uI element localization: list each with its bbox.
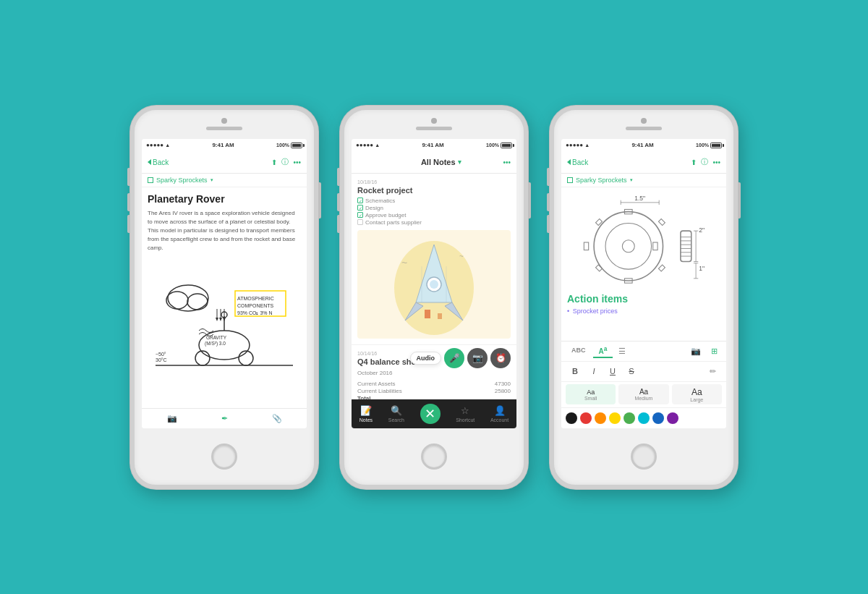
phone3-notebook-tag[interactable]: Sparky Sprockets ▾ — [561, 174, 726, 187]
phone1-screen: ●●●●● ▲ 9:41 AM 100% Back ⬆ ⓘ ••• — [142, 139, 307, 428]
phone1-speaker — [206, 127, 242, 130]
format-strike-button[interactable]: S — [624, 363, 639, 379]
phone3-bottom — [631, 428, 657, 485]
format-tab-add[interactable]: ⊞ — [707, 345, 722, 357]
color-purple[interactable] — [667, 412, 678, 424]
phone2-home-button[interactable] — [421, 444, 447, 470]
color-red[interactable] — [580, 412, 592, 424]
phone3-top — [554, 110, 733, 139]
phone3-back-button[interactable]: Back — [567, 158, 588, 166]
color-yellow[interactable] — [609, 412, 621, 424]
phone1-status-bar: ●●●●● ▲ 9:41 AM 100% — [142, 139, 307, 152]
svg-text:30°C: 30°C — [156, 357, 167, 362]
phone1-paperclip-icon[interactable]: 📎 — [272, 414, 282, 423]
phone2-battery-icon — [501, 143, 512, 148]
phone1-bottom — [211, 428, 237, 485]
balance-total: Total — [357, 395, 511, 399]
audio-camera-button[interactable]: 📷 — [467, 348, 488, 368]
phone2-wifi-icon: ▲ — [375, 143, 380, 148]
phone1-back-label: Back — [153, 158, 169, 166]
svg-rect-49 — [658, 265, 665, 271]
format-size-small[interactable]: Aa Small — [566, 384, 616, 404]
color-green[interactable] — [624, 412, 635, 424]
svg-rect-47 — [658, 218, 665, 225]
color-orange[interactable] — [595, 412, 606, 424]
tab-shortcut-label: Shortcut — [456, 417, 475, 423]
phone3-format-tabs: ABC Aa ☰ 📷 ⊞ — [561, 341, 726, 362]
svg-text:ATMOSPHERIC: ATMOSPHERIC — [237, 296, 274, 301]
svg-point-40 — [605, 223, 652, 269]
audio-alarm-button[interactable]: ⏰ — [490, 348, 511, 368]
svg-text:1": 1" — [699, 265, 705, 272]
tab-notes-icon: 📝 — [360, 405, 372, 416]
tab-account[interactable]: 👤 Account — [490, 405, 509, 423]
phone2-more-icon[interactable]: ••• — [503, 158, 511, 166]
phone1-home-button[interactable] — [211, 444, 237, 470]
phone1-time: 9:41 AM — [212, 142, 234, 148]
format-bold-button[interactable]: B — [567, 363, 583, 379]
phone3-camera — [641, 118, 647, 124]
tab-shortcut[interactable]: ☆ Shortcut — [456, 405, 475, 423]
phone1-content: Planetary Rover The Ares IV rover is a s… — [142, 187, 307, 408]
svg-text:~: ~ — [401, 257, 407, 268]
phone3-nav: Back ⬆ ⓘ ••• — [561, 152, 726, 174]
audio-mic-button[interactable]: 🎤 — [444, 348, 464, 368]
phone2-signal: ●●●●● ▲ — [356, 142, 380, 148]
format-size-medium[interactable]: Aa Medium — [618, 384, 668, 404]
phone1-camera-icon[interactable]: 📷 — [167, 414, 177, 423]
tab-search[interactable]: 🔍 Search — [388, 405, 404, 423]
phone3-share-icon[interactable]: ⬆ — [691, 158, 697, 166]
audio-popup: Audio 🎤 📷 ⏰ — [410, 348, 511, 368]
svg-rect-48 — [595, 265, 602, 271]
color-black[interactable] — [566, 412, 577, 424]
tab-add-button[interactable]: ✕ — [420, 404, 441, 424]
phone2-tabbar: 📝 Notes 🔍 Search ✕ ☆ Shortcut 👤 Account — [352, 399, 516, 428]
note-rocket-title: Rocket project — [357, 186, 511, 195]
format-tab-abc[interactable]: ABC — [566, 345, 592, 357]
format-tab-camera[interactable]: 📷 — [686, 345, 705, 357]
note-item-rocket[interactable]: 10/18/16 Rocket project ✓ Schematics ✓ D… — [352, 174, 516, 345]
phone-3: ●●●●● ▲ 9:41 AM 100% Back ⬆ ⓘ ••• — [550, 106, 738, 489]
color-blue[interactable] — [652, 412, 664, 424]
phone3-more-icon[interactable]: ••• — [712, 158, 720, 166]
svg-marker-19 — [219, 318, 222, 321]
format-size-large[interactable]: Aa Large — [672, 384, 722, 404]
phone1-info-icon[interactable]: ⓘ — [281, 157, 289, 167]
check-design-label: Design — [365, 205, 383, 211]
phone2-nav-chevron: ▾ — [458, 158, 461, 166]
svg-text:93% CO₂  3% N: 93% CO₂ 3% N — [237, 310, 273, 315]
svg-rect-44 — [584, 242, 588, 250]
format-tab-aa[interactable]: Aa — [593, 344, 613, 358]
phone3-home-button[interactable] — [631, 444, 657, 470]
balance-liabilities: Current Liabilities 25800 — [357, 388, 511, 394]
phone1-signal: ●●●●● ▲ — [146, 142, 170, 148]
svg-text:1.5": 1.5" — [634, 194, 645, 201]
phone2-camera — [431, 118, 437, 124]
phone1-notebook-tag[interactable]: Sparky Sprockets ▾ — [142, 174, 307, 187]
phone1-pen-icon[interactable]: ✒ — [221, 414, 228, 423]
phone1-more-icon[interactable]: ••• — [293, 158, 301, 166]
svg-point-12 — [187, 294, 208, 310]
svg-text:(M/S²) 3.0: (M/S²) 3.0 — [205, 341, 226, 347]
phone1-back-button[interactable]: Back — [148, 158, 169, 166]
phone-1: ●●●●● ▲ 9:41 AM 100% Back ⬆ ⓘ ••• — [130, 106, 318, 489]
tab-notes[interactable]: 📝 Notes — [359, 405, 373, 423]
check-budget-label: Approve budget — [365, 212, 407, 218]
svg-rect-45 — [653, 242, 658, 250]
format-tab-list[interactable]: ☰ — [614, 345, 630, 357]
format-italic-button[interactable]: I — [586, 363, 602, 379]
note-item-balance[interactable]: 10/14/16 Q4 balance sheet October 2016 C… — [352, 345, 516, 399]
phone1-toolbar: 📷 ✒ 📎 — [142, 408, 307, 428]
color-cyan[interactable] — [638, 412, 650, 424]
svg-marker-18 — [216, 318, 218, 321]
svg-text:~: ~ — [459, 253, 464, 260]
phone1-notebook-name: Sparky Sprockets — [156, 177, 208, 184]
phone3-notebook-chevron: ▾ — [630, 177, 633, 183]
phone1-share-icon[interactable]: ⬆ — [271, 158, 277, 166]
phone3-info-icon[interactable]: ⓘ — [701, 157, 708, 167]
format-underline-button[interactable]: U — [605, 363, 621, 379]
check-supplier-label: Contact parts supplier — [365, 219, 422, 226]
svg-marker-20 — [223, 318, 226, 321]
format-pencil-button[interactable]: ✏ — [705, 363, 720, 379]
phone3-nav-icons: ⬆ ⓘ ••• — [691, 157, 720, 167]
